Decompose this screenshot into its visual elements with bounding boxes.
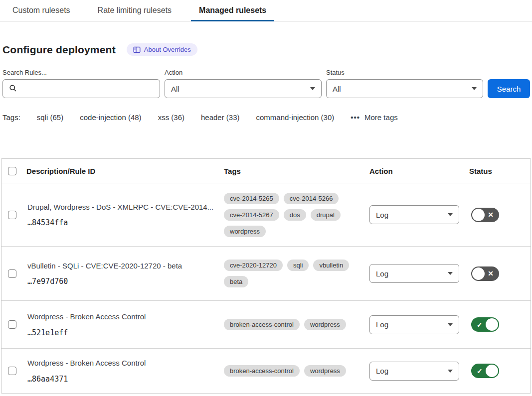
tag-filter-link[interactable]: header (33): [201, 113, 240, 122]
rule-description-cell: vBulletin - SQLi - CVE:CVE-2020-12720 - …: [26, 260, 224, 287]
column-status: Status: [469, 167, 531, 175]
tags-bar: Tags: sqli (65)code-injection (48)xss (3…: [2, 113, 532, 122]
action-dropdown[interactable]: Log: [369, 264, 459, 283]
tab-rate-limiting-rulesets[interactable]: Rate limiting rulesets: [90, 6, 180, 21]
rule-description: vBulletin - SQLi - CVE:CVE-2020-12720 - …: [27, 261, 216, 271]
search-input-box: [2, 79, 160, 98]
action-dropdown[interactable]: Log: [369, 362, 459, 381]
page-title: Configure deployment: [2, 44, 116, 56]
action-dropdown[interactable]: Log: [369, 205, 459, 224]
action-select[interactable]: All: [165, 79, 322, 98]
rule-tag-pill: broken-access-control: [224, 319, 300, 330]
status-toggle[interactable]: ✓: [471, 317, 499, 332]
rule-tag-pill: cve-2014-5267: [224, 209, 279, 221]
rule-id: …86aa4371: [27, 375, 216, 384]
rule-id: …84534ffa: [27, 218, 216, 227]
action-dropdown[interactable]: Log: [369, 315, 459, 334]
row-checkbox[interactable]: [8, 320, 16, 329]
search-button[interactable]: Search: [488, 79, 530, 98]
rule-tags-cell: cve-2014-5265cve-2014-5266cve-2014-5267d…: [224, 193, 369, 237]
status-select[interactable]: All: [326, 79, 483, 98]
rule-tag-pill: wordpress: [304, 319, 346, 330]
rule-action-cell: Log: [369, 205, 469, 224]
about-overrides-label: About Overrides: [144, 46, 191, 53]
table-row: Wordpress - Broken Access Control …521e1…: [1, 301, 531, 349]
rule-action-cell: Log: [369, 315, 469, 334]
status-toggle[interactable]: ✕: [471, 266, 499, 281]
status-label: Status: [326, 69, 483, 76]
action-dropdown-value: Log: [376, 269, 388, 278]
toggle-mark-icon: ✕: [488, 211, 494, 218]
action-dropdown-value: Log: [376, 367, 388, 375]
rule-tag-pill: cve-2014-5265: [224, 193, 279, 204]
status-select-value: All: [333, 85, 341, 93]
rule-tag-pill: beta: [224, 276, 248, 287]
tag-filter-link[interactable]: command-injection (30): [256, 113, 335, 122]
chevron-down-icon: [448, 272, 453, 275]
column-action: Action: [369, 167, 469, 175]
rule-tags-cell: cve-2020-12720sqlivbulletinbeta: [224, 260, 369, 287]
page-header: Configure deployment About Overrides: [2, 43, 532, 56]
tab-custom-rulesets[interactable]: Custom rulesets: [4, 6, 78, 21]
toggle-mark-icon: ✓: [477, 321, 483, 328]
action-label: Action: [165, 69, 322, 76]
more-tags-button[interactable]: ••• More tags: [351, 113, 397, 122]
status-toggle[interactable]: ✓: [471, 364, 499, 378]
status-field: Status All: [326, 69, 483, 98]
action-dropdown-value: Log: [376, 320, 388, 329]
row-checkbox[interactable]: [8, 367, 16, 375]
row-checkbox[interactable]: [8, 269, 16, 278]
toggle-knob: [486, 365, 498, 377]
rule-tag-pill: sqli: [287, 260, 309, 271]
tag-filter-link[interactable]: sqli (65): [37, 113, 63, 122]
table-row: Drupal, Wordpress - DoS - XMLRPC - CVE:C…: [1, 183, 531, 247]
table-row: vBulletin - SQLi - CVE:CVE-2020-12720 - …: [1, 247, 531, 301]
column-tags: Tags: [224, 167, 369, 175]
more-tags-label: More tags: [364, 113, 398, 122]
chevron-down-icon: [310, 87, 315, 90]
rule-tag-pill: cve-2020-12720: [224, 260, 283, 271]
rule-description: Drupal, Wordpress - DoS - XMLRPC - CVE:C…: [27, 202, 216, 212]
action-select-value: All: [171, 85, 179, 93]
tags-bar-label: Tags:: [2, 113, 20, 122]
select-all-checkbox[interactable]: [8, 167, 16, 175]
row-checkbox[interactable]: [8, 211, 16, 219]
toggle-knob: [472, 209, 485, 221]
tab-managed-rulesets[interactable]: Managed rulesets: [191, 6, 274, 21]
toggle-knob: [486, 318, 498, 331]
search-icon: [9, 84, 17, 94]
table-header-row: Description/Rule ID Tags Action Status: [1, 159, 531, 183]
rule-tags-cell: broken-access-controlwordpress: [224, 319, 369, 330]
tag-links: sqli (65)code-injection (48)xss (36)head…: [37, 113, 334, 122]
toggle-mark-icon: ✓: [477, 367, 483, 374]
table-body: Drupal, Wordpress - DoS - XMLRPC - CVE:C…: [1, 183, 531, 394]
rule-action-cell: Log: [369, 264, 469, 283]
search-label: Search Rules...: [2, 69, 160, 76]
search-field: Search Rules...: [2, 69, 160, 98]
chevron-down-icon: [448, 323, 453, 326]
rule-tag-pill: wordpress: [224, 226, 266, 237]
status-toggle[interactable]: ✕: [471, 208, 499, 222]
rule-status-cell: ✕: [469, 208, 531, 222]
table-row: Wordpress - Broken Access Control …86aa4…: [1, 349, 531, 394]
rule-tag-pill: vbulletin: [313, 260, 349, 271]
about-overrides-badge[interactable]: About Overrides: [127, 43, 197, 56]
chevron-down-icon: [448, 213, 453, 216]
rule-status-cell: ✓: [469, 317, 531, 332]
rule-id: …7e97d760: [27, 277, 216, 286]
rule-id: …521e1eff: [27, 328, 216, 337]
chevron-down-icon: [472, 87, 477, 90]
rule-tag-pill: cve-2014-5266: [284, 193, 339, 204]
search-input[interactable]: [21, 85, 154, 93]
tag-filter-link[interactable]: xss (36): [158, 113, 184, 122]
tag-filter-link[interactable]: code-injection (48): [80, 113, 141, 122]
chevron-down-icon: [448, 370, 453, 373]
action-dropdown-value: Log: [376, 211, 388, 219]
rule-tags-cell: broken-access-controlwordpress: [224, 365, 369, 377]
book-icon: [133, 46, 141, 53]
rule-description-cell: Wordpress - Broken Access Control …521e1…: [26, 311, 224, 338]
rule-description-cell: Drupal, Wordpress - DoS - XMLRPC - CVE:C…: [26, 201, 224, 228]
rule-tag-pill: dos: [284, 209, 306, 221]
rule-status-cell: ✕: [469, 266, 531, 281]
toggle-mark-icon: ✕: [488, 270, 494, 277]
